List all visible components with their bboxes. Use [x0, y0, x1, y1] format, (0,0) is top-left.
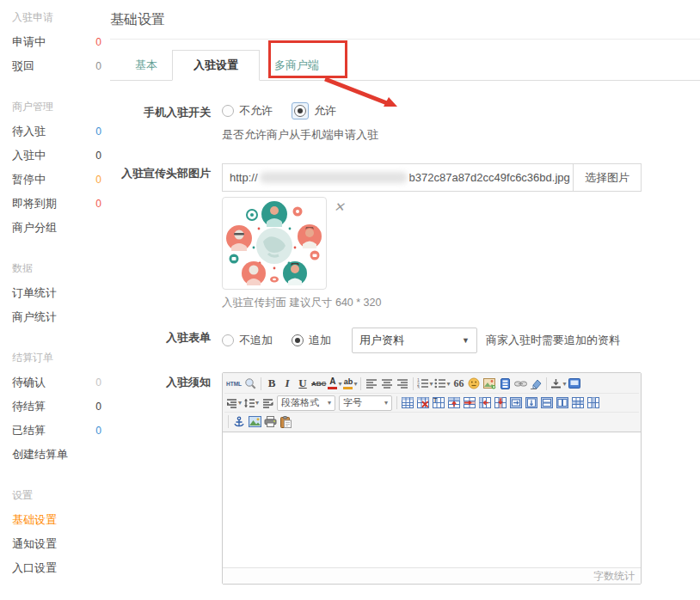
insert-picture-icon[interactable]: [247, 413, 262, 430]
split-row-icon[interactable]: [539, 395, 555, 411]
svg-text:T: T: [433, 397, 438, 403]
merge-cell-right-icon[interactable]: [508, 395, 524, 411]
insert-col-left-icon[interactable]: [477, 395, 493, 411]
html-source-icon[interactable]: HTML: [225, 376, 243, 392]
sidebar-item-entrance-settings[interactable]: 入口设置: [12, 556, 101, 580]
sidebar-item-basic-settings[interactable]: 基础设置: [12, 508, 101, 532]
radio-icon-checked[interactable]: [292, 334, 304, 346]
field-label-header-image: 入驻宣传头部图片: [110, 163, 222, 310]
unordered-list-icon[interactable]: ▾: [433, 376, 451, 392]
sidebar-item-expiring[interactable]: 即将到期 0: [12, 192, 101, 216]
masked-url-segment: [260, 172, 408, 183]
remove-format-icon[interactable]: [528, 376, 543, 392]
font-color-icon[interactable]: A▾: [327, 376, 342, 392]
toolbar-row-1: HTML B I U ABC A▾ ab▾: [224, 374, 639, 393]
radio-option-deny[interactable]: 不允许: [222, 103, 273, 119]
align-center-icon[interactable]: [379, 376, 395, 392]
sidebar-item-to-confirm[interactable]: 待确认 0: [12, 370, 101, 395]
sidebar-section-title: 数据: [12, 256, 101, 281]
merge-cell-down-icon[interactable]: [524, 395, 539, 411]
sidebar-item-to-settle[interactable]: 待结算 0: [12, 395, 101, 419]
sidebar-item-merchant-groups[interactable]: 商户分组: [12, 216, 101, 240]
line-height-icon[interactable]: ▾: [243, 395, 260, 411]
fullscreen-icon[interactable]: [567, 376, 582, 392]
col-props-icon[interactable]: [586, 395, 601, 411]
delete-row-icon[interactable]: [462, 395, 477, 411]
tab-multi-merchant[interactable]: 多商户端: [260, 51, 334, 80]
sidebar-section-title: 设置: [12, 483, 101, 508]
paste-icon[interactable]: [278, 413, 293, 430]
insert-media-icon[interactable]: [497, 376, 513, 392]
insert-table-icon[interactable]: [400, 395, 415, 411]
sidebar-item-order-stats[interactable]: 订单统计: [12, 281, 101, 305]
radio-icon[interactable]: [222, 105, 234, 117]
radio-focus-ring: [292, 102, 309, 119]
delete-table-icon[interactable]: [415, 395, 431, 411]
editor-content-area[interactable]: [223, 432, 641, 567]
promo-illustration: [225, 200, 323, 286]
sidebar-item-notify-settings[interactable]: 通知设置: [12, 532, 101, 556]
count-badge: 0: [95, 174, 101, 186]
table-head-icon[interactable]: T: [431, 395, 446, 411]
insert-image-icon[interactable]: [482, 376, 497, 392]
delete-col-icon[interactable]: [493, 395, 508, 411]
remove-image-icon[interactable]: ✕: [334, 200, 345, 213]
print-icon[interactable]: [262, 413, 278, 430]
outdent-icon[interactable]: [260, 395, 275, 411]
insert-row-above-icon[interactable]: [446, 395, 462, 411]
italic-icon[interactable]: I: [279, 376, 295, 392]
sidebar-item-rejected[interactable]: 驳回 0: [12, 54, 101, 78]
toolbar-row-2: ▾ ▾ 段落格式▾ 字号▾ T: [224, 393, 639, 412]
image-url-input[interactable]: http:// b372c87a87d2cc49fc6c36bd.jpg: [222, 163, 573, 192]
sidebar-item-settled[interactable]: 已结算 0: [12, 419, 101, 443]
radio-icon-checked[interactable]: [294, 105, 306, 117]
count-badge: 0: [95, 425, 101, 437]
highlight-color-icon[interactable]: ab▾: [342, 376, 358, 392]
sidebar-item-create-settlement[interactable]: 创建结算单: [12, 443, 101, 467]
font-size-select[interactable]: 字号▾: [339, 395, 392, 411]
sidebar-item-entered[interactable]: 入驻中 0: [12, 144, 101, 168]
text-indent-icon[interactable]: ▾: [225, 395, 243, 411]
ordered-list-icon[interactable]: 123▾: [416, 376, 433, 392]
row-props-icon[interactable]: [570, 395, 586, 411]
field-help-mobile-switch: 是否允许商户从手机端申请入驻: [222, 127, 700, 143]
align-right-icon[interactable]: [395, 376, 410, 392]
tab-entry-settings[interactable]: 入驻设置: [172, 50, 260, 81]
emoticon-icon[interactable]: [466, 376, 482, 392]
radio-icon[interactable]: [222, 334, 234, 346]
profile-select[interactable]: 用户资料 ▼: [352, 328, 477, 353]
anchor-icon[interactable]: [231, 413, 247, 430]
tab-basic[interactable]: 基本: [120, 51, 172, 80]
tab-bar: 基本 入驻设置 多商户端: [110, 52, 700, 81]
page-title: 基础设置: [110, 0, 700, 39]
radio-option-append[interactable]: 追加: [292, 333, 331, 348]
sidebar-item-merchant-stats[interactable]: 商户统计: [12, 305, 101, 329]
sidebar-item-paused[interactable]: 暂停中 0: [12, 168, 101, 192]
toolbar-separator: [261, 377, 261, 390]
toolbar-separator: [546, 377, 547, 390]
rich-text-editor: HTML B I U ABC A▾ ab▾: [222, 372, 642, 585]
insert-hr-icon[interactable]: ▾: [550, 376, 567, 392]
underline-icon[interactable]: U: [295, 376, 310, 392]
split-col-icon[interactable]: [555, 395, 570, 411]
strikethrough-icon[interactable]: ABC: [310, 376, 327, 392]
radio-option-allow[interactable]: 允许: [292, 102, 336, 119]
field-label-entry-form: 入驻表单: [110, 328, 222, 353]
bold-icon[interactable]: B: [264, 376, 279, 392]
radio-option-no-append[interactable]: 不追加: [222, 333, 273, 348]
paragraph-format-select[interactable]: 段落格式▾: [277, 395, 335, 411]
editor-toolbar: HTML B I U ABC A▾ ab▾: [223, 373, 641, 432]
choose-image-button[interactable]: 选择图片: [573, 163, 642, 192]
image-size-hint: 入驻宣传封面 建议尺寸 640 * 320: [222, 296, 700, 310]
sidebar-section-apply: 入驻申请 申请中 0 驳回 0: [12, 5, 101, 78]
blockquote-icon[interactable]: 66: [451, 376, 466, 392]
align-left-icon[interactable]: [364, 376, 379, 392]
sidebar-item-pending-entry[interactable]: 待入驻 0: [12, 119, 101, 144]
insert-link-icon[interactable]: [513, 376, 528, 392]
sidebar-section-title: 结算订单: [12, 346, 101, 370]
sidebar-item-applying[interactable]: 申请中 0: [12, 30, 101, 54]
count-badge: 0: [95, 377, 101, 389]
preview-icon[interactable]: [243, 376, 258, 392]
settings-form: 手机入驻开关 不允许 允许 是否允许商户从手机端申请入驻: [110, 102, 700, 600]
field-help-entry-form: 商家入驻时需要追加的资料: [486, 333, 620, 348]
